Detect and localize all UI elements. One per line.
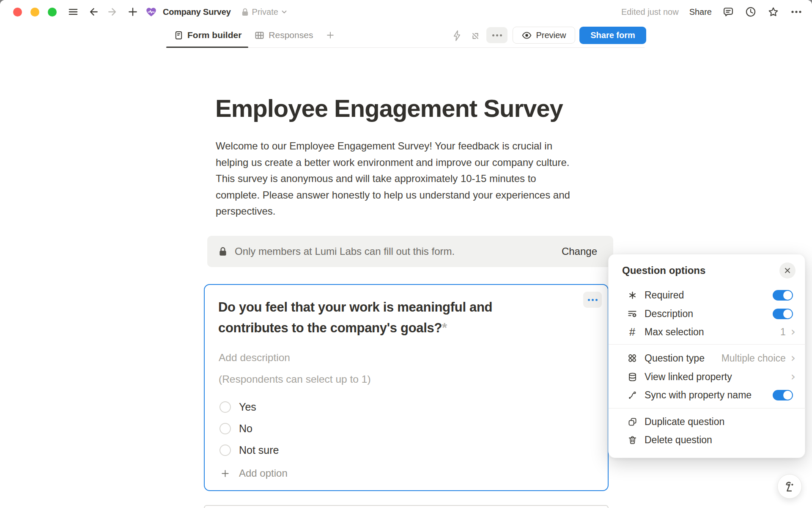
trash-icon xyxy=(626,435,638,445)
hash-icon: # xyxy=(626,326,638,339)
automations-icon[interactable] xyxy=(452,30,462,42)
expand-icon[interactable] xyxy=(469,30,481,42)
menu-item-label: Duplicate question xyxy=(645,416,724,428)
chevron-right-icon: › xyxy=(791,354,796,362)
back-icon[interactable] xyxy=(88,6,99,17)
active-tab-underline xyxy=(166,47,248,48)
add-description-placeholder[interactable]: Add description xyxy=(219,352,290,364)
menu-item-label: Description xyxy=(645,308,693,320)
question-title[interactable]: Do you feel that your work is meaningful… xyxy=(218,297,523,338)
option-row-yes[interactable]: Yes xyxy=(219,399,256,414)
max-selection-value: 1 xyxy=(780,326,786,338)
tab-responses-label: Responses xyxy=(269,30,313,40)
menu-item-label: Question type xyxy=(645,353,705,364)
add-view-button[interactable] xyxy=(326,30,335,40)
add-option-label: Add option xyxy=(239,467,288,479)
favorite-star-icon[interactable] xyxy=(767,6,779,18)
change-access-button[interactable]: Change xyxy=(562,246,597,257)
question-type-icon xyxy=(626,353,638,363)
menu-item-description[interactable]: Description xyxy=(609,304,806,323)
option-row-no[interactable]: No xyxy=(219,421,252,436)
form-builder-icon xyxy=(174,30,184,40)
traffic-lights xyxy=(13,0,57,24)
preview-button[interactable]: Preview xyxy=(513,27,575,44)
question-options-popup: Question options Required Description # … xyxy=(608,254,805,458)
view-options-button[interactable] xyxy=(486,27,508,43)
form-title[interactable]: Employee Engagement Survey xyxy=(215,94,563,122)
minimize-window-button[interactable] xyxy=(30,8,39,17)
selection-note: (Respondents can select up to 1) xyxy=(219,373,371,385)
option-row-not-sure[interactable]: Not sure xyxy=(219,442,279,458)
sidebar-menu-icon[interactable] xyxy=(68,6,79,17)
description-add-icon xyxy=(626,309,638,319)
popup-title: Question options xyxy=(622,265,705,276)
forward-icon[interactable] xyxy=(107,6,118,17)
ai-face-icon xyxy=(783,479,796,494)
option-label: No xyxy=(239,422,252,435)
plus-icon xyxy=(220,469,230,478)
close-icon xyxy=(784,267,791,274)
privacy-label: Private xyxy=(252,7,278,17)
preview-button-label: Preview xyxy=(536,30,566,40)
add-option-button[interactable]: Add option xyxy=(220,466,288,481)
lock-icon xyxy=(218,246,228,257)
menu-item-label: View linked property xyxy=(645,371,732,383)
comments-icon[interactable] xyxy=(722,6,734,18)
option-label: Yes xyxy=(239,401,256,413)
sync-property-icon xyxy=(626,390,638,400)
window-titlebar: Company Survey Private Edited just now S… xyxy=(0,0,812,24)
question-options-button[interactable] xyxy=(583,292,602,308)
form-intro-text[interactable]: Welcome to our Employee Engagement Surve… xyxy=(216,138,613,220)
question-type-value: Multiple choice xyxy=(721,353,786,364)
page-title[interactable]: Company Survey xyxy=(163,7,231,17)
responses-table-icon xyxy=(254,30,265,41)
required-toggle[interactable] xyxy=(773,290,793,301)
description-toggle[interactable] xyxy=(773,309,793,319)
close-window-button[interactable] xyxy=(13,8,22,17)
menu-item-max-selection[interactable]: # Max selection 1 › xyxy=(609,323,806,341)
duplicate-icon xyxy=(626,417,638,427)
question-title-text: Do you feel that your work is meaningful… xyxy=(218,300,492,335)
share-form-button-label: Share form xyxy=(590,30,635,40)
app-window: Company Survey Private Edited just now S… xyxy=(0,0,812,508)
menu-item-duplicate-question[interactable]: Duplicate question xyxy=(609,412,806,431)
history-icon[interactable] xyxy=(745,6,757,18)
tab-form-builder[interactable]: Form builder xyxy=(174,30,241,40)
chevron-right-icon: › xyxy=(791,373,796,381)
menu-item-label: Max selection xyxy=(645,326,704,338)
eye-icon xyxy=(521,30,532,41)
sync-toggle[interactable] xyxy=(773,390,793,400)
menu-item-question-type[interactable]: Question type Multiple choice › xyxy=(609,349,806,367)
more-options-icon[interactable] xyxy=(790,6,803,18)
menu-item-label: Sync with property name xyxy=(645,389,752,401)
radio-icon[interactable] xyxy=(219,423,231,434)
notion-ai-button[interactable] xyxy=(777,474,802,499)
new-page-icon[interactable] xyxy=(127,6,138,17)
menu-item-sync-property[interactable]: Sync with property name xyxy=(609,386,806,404)
popup-divider xyxy=(609,344,806,345)
lock-icon xyxy=(241,8,249,17)
option-label: Not sure xyxy=(239,444,279,456)
menu-item-view-linked-property[interactable]: View linked property › xyxy=(609,367,806,386)
edited-timestamp: Edited just now xyxy=(621,7,679,17)
menu-item-label: Required xyxy=(645,290,684,301)
next-question-card-edge xyxy=(204,505,609,508)
tab-responses[interactable]: Responses xyxy=(254,30,313,41)
menu-item-required[interactable]: Required xyxy=(609,286,806,304)
question-card[interactable]: Do you feel that your work is meaningful… xyxy=(204,284,609,491)
share-form-button[interactable]: Share form xyxy=(579,27,646,44)
menu-item-delete-question[interactable]: Delete question xyxy=(609,431,806,449)
radio-icon[interactable] xyxy=(219,401,231,413)
privacy-dropdown[interactable]: Private xyxy=(241,7,287,17)
tab-form-builder-label: Form builder xyxy=(187,30,241,40)
chevron-down-icon xyxy=(281,10,287,14)
share-button[interactable]: Share xyxy=(689,7,712,17)
radio-icon[interactable] xyxy=(219,444,231,456)
page-icon-heart xyxy=(145,6,157,18)
close-popup-button[interactable] xyxy=(779,262,796,279)
zoom-window-button[interactable] xyxy=(48,8,57,17)
asterisk-icon xyxy=(626,291,638,300)
database-icon xyxy=(626,372,638,382)
popup-divider xyxy=(609,408,806,409)
chevron-right-icon: › xyxy=(791,328,796,336)
